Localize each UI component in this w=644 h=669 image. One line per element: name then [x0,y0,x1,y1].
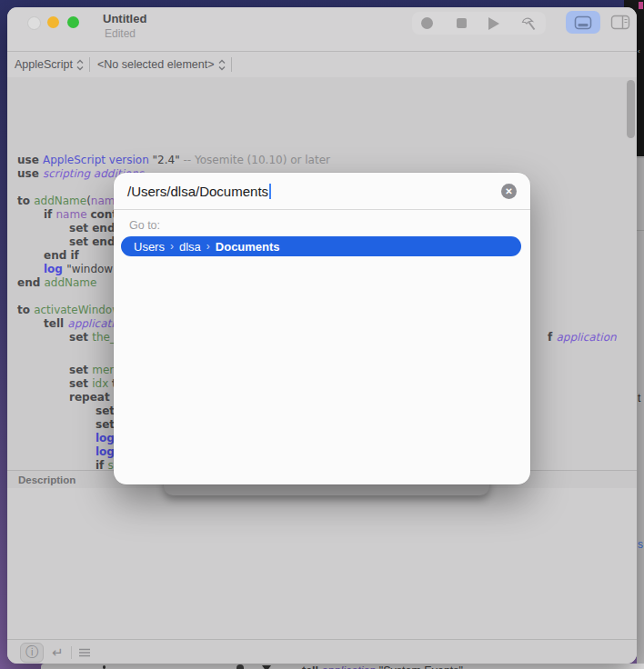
minimize-button[interactable] [47,16,59,28]
screen: t s ‹ tell application "System Events" U… [0,0,644,669]
code-token: AppleScript version [43,154,149,166]
play-icon [488,17,499,30]
list-icon [78,647,91,658]
window-subtitle: Edited [105,27,136,40]
code-token: repeat [69,391,114,404]
run-icon [262,665,271,669]
chevron-separator-icon: › [206,240,210,253]
background-window-right-sliver [637,156,644,669]
code-token: if [44,208,56,221]
record-icon [236,664,244,669]
close-icon: ✕ [505,186,512,196]
code-line: end addName [17,276,96,290]
code-token: application [322,664,377,669]
element-popup-label: <No selected element> [97,58,215,71]
path-component: dlsa [179,240,201,254]
code-line: f application [548,331,617,344]
bottom-sliver-dot [103,665,106,669]
background-code-line: tell application "System Events" [302,664,463,669]
code-token: idx [92,377,108,390]
navigation-bar: AppleScript <No selected element> [7,51,637,78]
description-pane[interactable] [7,488,637,639]
stepper-icon [218,59,226,71]
code-token: addName [44,276,96,289]
goto-result-row[interactable]: Users›dlsa›Documents [121,236,521,256]
bottom-panel-icon [574,15,592,30]
code-line: repeat c [69,391,119,404]
code-token: "2.4" [149,154,180,166]
compile-button[interactable] [517,12,540,35]
right-sliver-divider [637,157,644,158]
description-label: Description [18,474,75,485]
stop-button[interactable] [449,12,473,35]
code-token: use [17,167,43,180]
code-line: log "window : [44,263,120,276]
description-tab-button[interactable]: ⓘ [20,643,44,663]
right-sliver-divider [637,230,644,231]
show-sidebar-button[interactable] [604,11,637,34]
result-tab-button[interactable]: ↵ [52,644,64,661]
code-token: addName [34,195,86,207]
log-tab-button[interactable] [78,647,91,658]
footer-divider [71,646,72,659]
language-popup-label: AppleScript [15,58,73,71]
code-token: activateWindow [34,304,121,316]
return-icon: ↵ [52,644,64,660]
code-token: f [548,331,556,344]
run-button[interactable] [482,12,506,35]
path-value: /Users/dlsa/Documents [127,184,268,199]
code-token: set [69,377,92,390]
path-component: Users [134,240,165,254]
hammer-icon [519,15,538,33]
code-token: -- Yosemite (10.10) or later [180,154,330,166]
text-caret [269,184,271,199]
chevron-separator-icon: › [170,240,174,253]
code-line: use AppleScript version "2.4" -- Yosemit… [17,154,330,167]
record-button[interactable] [415,12,438,35]
path-input[interactable]: /Users/dlsa/Documents [127,184,271,199]
clear-button[interactable]: ✕ [501,184,517,199]
language-popup[interactable]: AppleScript [7,58,89,71]
code-line: tell applicatio [44,317,121,331]
code-token: set [69,364,92,376]
element-popup[interactable]: <No selected element> [90,58,231,71]
desktop-speck [639,2,643,9]
code-token: use [17,154,43,166]
code-token: tell [44,317,67,330]
navbar-divider [231,57,232,72]
vertical-scrollbar[interactable] [627,80,635,138]
sidebar-icon [610,15,630,30]
code-line: to activateWindow [17,304,121,317]
goto-label: Go to: [129,219,160,232]
code-token: to [17,304,34,316]
title-bar[interactable]: Untitled Edited [7,7,637,51]
path-input-row: /Users/dlsa/Documents ✕ [114,173,530,210]
goto-folder-dialog: /Users/dlsa/Documents ✕ Go to: Users›dls… [114,173,530,484]
record-icon [421,17,433,29]
right-sliver-text: t [638,392,640,404]
code-token: log [44,263,66,275]
right-sliver-text: s [638,538,643,551]
code-token: to [17,195,34,207]
code-token: "System Events" [376,664,463,669]
code-line: end if [44,249,79,263]
stop-icon [457,18,467,28]
code-token: application [556,331,616,344]
code-token: tell [302,664,322,669]
code-token: name [56,208,87,221]
window-title: Untitled [103,12,146,25]
show-bottom-bar-button[interactable] [566,11,600,34]
background-window-bottom-sliver: tell application "System Events" [41,664,644,669]
footer-bar: ⓘ ↵ [7,639,637,664]
close-button[interactable] [27,16,41,30]
right-sliver-glyph: ‹ [638,47,640,55]
code-token: end [17,276,44,289]
code-token: "window : [66,263,120,275]
info-icon: ⓘ [25,644,38,661]
zoom-button[interactable] [67,16,79,28]
code-token: set [69,331,92,344]
path-component: Documents [216,240,280,254]
code-token: end if [44,249,79,262]
stepper-icon [76,59,84,71]
